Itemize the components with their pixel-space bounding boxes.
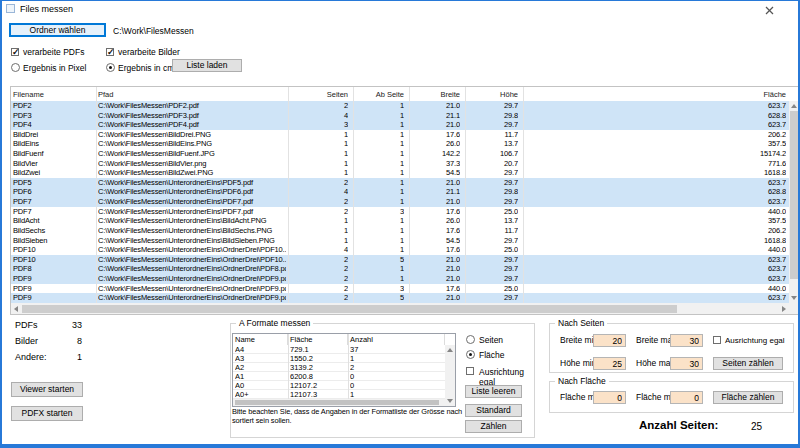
formats-column-name[interactable]: Name (233, 334, 288, 345)
table-cell-name: BildDrei (13, 130, 95, 140)
column-header-breite[interactable]: Breite (410, 87, 460, 101)
choose-folder-button[interactable]: Ordner wählen (9, 23, 106, 37)
process-pdfs-label: verarbeite PDFs (23, 47, 84, 57)
table-cell-path: C:\Work\FilesMessen\UnterordnerEins\Ordn… (98, 293, 286, 303)
table-row[interactable]: PDF4C:\Work\FilesMessen\PDF4.pdf3121.029… (11, 120, 789, 130)
scroll-up-icon[interactable] (791, 104, 797, 108)
hoehe-min-input[interactable] (593, 357, 626, 370)
table-cell-breite: 21.0 (410, 255, 460, 265)
result-cm-radio[interactable] (106, 63, 115, 72)
table-cell-hoehe: 25.0 (466, 245, 518, 255)
scrollbar-thumb[interactable] (235, 400, 439, 405)
zaehlen-button[interactable]: Zählen (465, 420, 522, 433)
flaeche-zaehlen-button[interactable]: Fläche zählen (713, 391, 783, 404)
hoehe-max-input[interactable] (670, 357, 703, 370)
process-images-checkbox[interactable] (106, 48, 114, 56)
table-cell-hoehe: 29.7 (466, 293, 518, 303)
table-row[interactable]: BildDreiC:\Work\FilesMessen\BildDrei.PNG… (11, 130, 789, 140)
table-row[interactable]: PDF7C:\Work\FilesMessen\UnterordnerEins\… (11, 197, 789, 207)
viewer-start-button[interactable]: Viewer starten (11, 382, 83, 397)
table-cell-path: C:\Work\FilesMessen\UnterordnerEins\Ordn… (98, 264, 286, 274)
column-header-pfad[interactable]: Pfad (98, 87, 286, 101)
scroll-right-icon[interactable] (782, 306, 786, 312)
column-header-seiten[interactable]: Seiten (289, 87, 348, 101)
formats-column-flaeche[interactable]: Fläche (288, 334, 348, 345)
formats-horizontal-scrollbar[interactable] (233, 399, 445, 406)
formats-column-anzahl[interactable]: Anzahl (348, 334, 445, 345)
table-row[interactable]: PDF3C:\Work\FilesMessen\PDF3.pdf4121.129… (11, 111, 789, 121)
column-header-flaeche[interactable]: Fläche (524, 87, 786, 101)
table-cell-ab: 1 (354, 236, 404, 246)
nach-seiten-title: Nach Seiten (555, 318, 607, 329)
vertical-scrollbar[interactable] (789, 101, 799, 303)
formats-list-row[interactable]: A4729.137 (233, 345, 445, 354)
formats-list-row[interactable]: A31550.21 (233, 354, 445, 363)
column-header-hoehe[interactable]: Höhe (466, 87, 518, 101)
column-header-filename[interactable]: Filename (13, 87, 95, 101)
formats-list-row[interactable]: A23139.22 (233, 363, 445, 372)
formats-list-row[interactable]: A0+12107.31 (233, 390, 445, 399)
count-seiten-radio[interactable] (466, 335, 475, 344)
result-pixel-radio[interactable] (11, 63, 20, 72)
table-row[interactable]: BildAchtC:\Work\FilesMessen\UnterordnerE… (11, 216, 789, 226)
process-images-label: verarbeite Bilder (118, 47, 180, 57)
table-row[interactable]: PDF10C:\Work\FilesMessen\UnterordnerEins… (11, 245, 789, 255)
horizontal-scrollbar[interactable] (11, 303, 789, 314)
table-row[interactable]: BildFuenfC:\Work\FilesMessen\BildFuenf.J… (11, 149, 789, 159)
breite-max-input[interactable] (670, 334, 703, 347)
flaeche-max-input[interactable] (670, 391, 703, 404)
breite-min-input[interactable] (593, 334, 626, 347)
table-cell-path: C:\Work\FilesMessen\BildDrei.PNG (98, 130, 286, 140)
seiten-zaehlen-button[interactable]: Seiten zählen (713, 357, 783, 370)
table-row[interactable]: PDF7C:\Work\FilesMessen\UnterordnerEins\… (11, 207, 789, 217)
table-row[interactable]: PDF9C:\Work\FilesMessen\UnterordnerEins\… (11, 274, 789, 284)
column-header-abseite[interactable]: Ab Seite (354, 87, 404, 101)
liste-leeren-button[interactable]: Liste leeren (465, 385, 522, 398)
pdfx-start-button[interactable]: PDFX starten (11, 406, 83, 421)
table-row[interactable]: PDF9C:\Work\FilesMessen\UnterordnerEins\… (11, 293, 789, 303)
standard-button[interactable]: Standard (465, 404, 522, 417)
table-row[interactable]: PDF10C:\Work\FilesMessen\UnterordnerEins… (11, 255, 789, 265)
table-row[interactable]: BildVierC:\Work\FilesMessen\BildVier.png… (11, 159, 789, 169)
table-cell-hoehe: 29.8 (466, 187, 518, 197)
table-row[interactable]: PDF5C:\Work\FilesMessen\UnterordnerEins\… (11, 178, 789, 188)
table-cell-flaeche: 357.5 (524, 139, 786, 149)
load-list-button[interactable]: Liste laden (172, 59, 242, 72)
table-row[interactable]: PDF2C:\Work\FilesMessen\PDF2.pdf2121.029… (11, 101, 789, 111)
table-row[interactable]: BildSechsC:\Work\FilesMessen\Unterordner… (11, 226, 789, 236)
formats-vertical-scrollbar[interactable] (445, 345, 455, 406)
table-cell-hoehe: 29.8 (466, 111, 518, 121)
flaeche-min-input[interactable] (593, 391, 626, 404)
table-cell-hoehe: 11.7 (466, 130, 518, 140)
seiten-ausrichtung-checkbox[interactable] (713, 336, 721, 344)
scrollbar-thumb[interactable] (790, 111, 798, 279)
table-cell-name: BildSieben (13, 236, 95, 246)
folder-path: C:\Work\FilesMessen (113, 26, 194, 36)
close-button[interactable] (762, 4, 776, 16)
table-cell-name: PDF9 (13, 293, 95, 303)
table-row[interactable]: BildSiebenC:\Work\FilesMessen\Unterordne… (11, 236, 789, 246)
table-cell-ab: 1 (354, 274, 404, 284)
scroll-down-icon[interactable] (791, 296, 797, 300)
table-cell-breite: 17.6 (410, 284, 460, 294)
process-pdfs-checkbox[interactable] (11, 48, 19, 56)
formats-list-row[interactable]: A012107.20 (233, 381, 445, 390)
nach-seiten-group: Nach Seiten Breite min: Breite max: Ausr… (549, 323, 794, 373)
scroll-left-icon[interactable] (14, 306, 18, 312)
table-row[interactable]: BildEinsC:\Work\FilesMessen\BildEins.PNG… (11, 139, 789, 149)
formats-list-row[interactable]: A16200.80 (233, 372, 445, 381)
scroll-up-icon[interactable] (447, 348, 453, 352)
column-divider (288, 87, 289, 303)
count-flaeche-radio[interactable] (466, 350, 475, 359)
table-row[interactable]: PDF6C:\Work\FilesMessen\UnterordnerEins\… (11, 187, 789, 197)
table-row[interactable]: PDF9C:\Work\FilesMessen\UnterordnerEins\… (11, 284, 789, 294)
table-cell-breite: 26.0 (410, 216, 460, 226)
scrollbar-thumb[interactable] (22, 305, 677, 313)
table-cell-hoehe: 29.7 (466, 255, 518, 265)
formats-cell-flaeche: 729.1 (290, 345, 347, 354)
table-row[interactable]: PDF8C:\Work\FilesMessen\UnterordnerEins\… (11, 264, 789, 274)
table-row[interactable]: BildZweiC:\Work\FilesMessen\BildZwei.PNG… (11, 168, 789, 178)
scroll-down-icon[interactable] (447, 399, 453, 403)
formats-ausrichtung-checkbox[interactable] (466, 367, 474, 375)
window-title: Files messen (20, 4, 73, 15)
